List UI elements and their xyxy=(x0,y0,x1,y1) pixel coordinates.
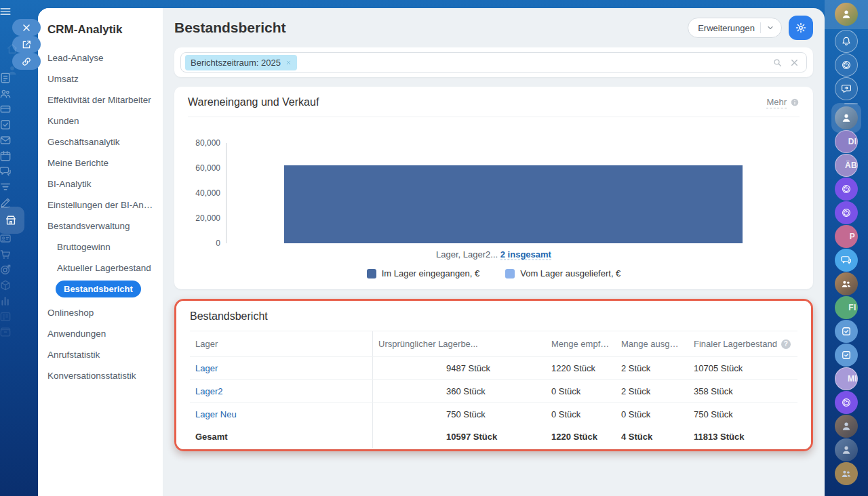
left-rail-button[interactable] xyxy=(4,62,20,78)
legend-label: Vom Lager ausgeliefert, € xyxy=(520,268,620,278)
left-rail-button[interactable] xyxy=(0,230,14,246)
left-rail-button[interactable] xyxy=(0,308,14,324)
right-rail-item[interactable] xyxy=(835,3,858,26)
sidebar-item[interactable]: Geschäftsanalytik xyxy=(47,131,153,152)
legend-item-eingegangen[interactable]: Im Lager eingegangen, € xyxy=(367,268,480,278)
col-initial-stock[interactable]: Ursprünglicher Lagerbe... xyxy=(373,331,546,356)
left-rail-button[interactable] xyxy=(0,293,14,308)
cell-initial: 750 Stück xyxy=(373,403,546,426)
warehouse-link[interactable]: Lager2 xyxy=(195,386,222,396)
left-rail-button[interactable] xyxy=(4,41,20,56)
right-rail-item[interactable]: MI xyxy=(835,367,858,390)
clear-filter-icon[interactable] xyxy=(789,58,800,68)
right-rail-item[interactable] xyxy=(835,415,858,438)
cell-final: 750 Stück xyxy=(688,403,797,426)
sidebar-item[interactable]: Aktueller Lagerbestand xyxy=(47,257,153,278)
warehouse-link[interactable]: Lager xyxy=(195,363,218,373)
left-rail-icon xyxy=(0,133,12,147)
filter-tag-label: Berichtszeitraum: 2025 xyxy=(191,58,281,68)
right-rail-item[interactable] xyxy=(835,101,858,106)
right-chat-rail: DI ÄB P FI MI xyxy=(825,0,868,496)
left-rail-button[interactable] xyxy=(0,324,14,339)
left-rail-button[interactable] xyxy=(0,117,14,132)
left-rail-button[interactable] xyxy=(0,101,14,117)
left-rail-icon xyxy=(0,180,12,194)
right-rail-icon xyxy=(840,349,852,361)
right-rail-item[interactable] xyxy=(835,391,858,414)
right-rail-item[interactable] xyxy=(835,106,858,129)
left-rail-button[interactable] xyxy=(0,262,14,277)
col-final-stock[interactable]: Finaler Lagerbestand ? xyxy=(688,331,797,356)
sidebar-item[interactable]: Anwendungen xyxy=(47,323,153,344)
right-rail-item[interactable] xyxy=(835,462,858,485)
left-rail-button[interactable] xyxy=(0,132,14,148)
sidebar-item[interactable]: Anrufstatistik xyxy=(47,344,153,365)
left-rail-button[interactable] xyxy=(0,246,14,262)
categories-total-link[interactable]: 2 insgesamt xyxy=(500,249,551,260)
sidebar-item[interactable]: Einstellungen der BI-Anal... xyxy=(47,194,153,215)
left-rail-button[interactable] xyxy=(0,3,14,19)
sidebar-item[interactable]: Lead-Analyse xyxy=(47,47,153,68)
settings-button[interactable] xyxy=(789,16,813,40)
left-rail-button[interactable] xyxy=(0,85,14,101)
left-rail-button[interactable] xyxy=(0,148,14,163)
more-link[interactable]: Mehr xyxy=(766,97,800,108)
col-shipped[interactable]: Mange ausgeli... xyxy=(616,331,688,356)
cell-final: 10705 Stück xyxy=(688,357,797,379)
left-rail-button[interactable] xyxy=(12,19,41,36)
left-rail-icon xyxy=(4,213,18,227)
remove-tag-icon[interactable] xyxy=(285,60,292,66)
right-rail-item[interactable] xyxy=(835,249,858,272)
sidebar-item[interactable]: Bestandsbericht xyxy=(56,281,141,297)
bar-im-lager-eingegangen[interactable] xyxy=(284,165,743,243)
left-rail-icon xyxy=(0,102,12,116)
filter-tag[interactable]: Berichtszeitraum: 2025 xyxy=(185,55,297,70)
gear-icon xyxy=(794,21,808,35)
left-rail-icon xyxy=(5,42,19,56)
left-rail-icon xyxy=(0,165,12,178)
table-total-row: Gesamt 10597 Stück 1220 Stück 4 Stück 11… xyxy=(190,426,797,448)
left-rail-icon xyxy=(0,247,12,261)
right-rail-icon xyxy=(840,35,852,47)
left-rail-button[interactable] xyxy=(0,163,14,179)
right-rail-item[interactable]: FI xyxy=(835,296,858,319)
sidebar-item[interactable]: Meine Berichte xyxy=(47,152,153,173)
right-rail-item[interactable]: DI xyxy=(835,130,858,153)
sidebar-item[interactable]: Kunden xyxy=(47,110,153,131)
sidebar-item[interactable]: Onlineshop xyxy=(47,302,153,323)
sidebar-item[interactable]: Effektivität der Mitarbeiter xyxy=(47,89,153,110)
left-rail-button[interactable] xyxy=(0,277,14,293)
col-lager[interactable]: Lager xyxy=(190,331,373,356)
right-rail-item[interactable] xyxy=(835,438,858,461)
right-rail-item[interactable]: P xyxy=(835,225,858,248)
left-rail-button[interactable] xyxy=(0,207,24,234)
button-divider xyxy=(760,22,761,33)
left-rail-button[interactable] xyxy=(0,179,14,194)
right-rail-item[interactable] xyxy=(835,344,858,367)
filter-input-icons xyxy=(772,58,800,68)
warehouse-link[interactable]: Lager Neu xyxy=(195,409,237,419)
right-rail-item[interactable] xyxy=(835,272,858,295)
sidebar-item[interactable]: Konversationsstatistik xyxy=(47,365,153,386)
sidebar-item[interactable]: Bestandsverwaltung xyxy=(47,215,153,236)
sidebar-item[interactable]: Umsatz xyxy=(47,68,153,89)
right-rail-icon xyxy=(840,83,852,95)
sidebar-item[interactable]: BI-Analytik xyxy=(47,173,153,194)
sidebar-item[interactable]: Bruttogewinn xyxy=(47,236,153,257)
right-rail-item[interactable] xyxy=(835,320,858,343)
table-row: Lager 9487 Stück 1220 Stück 2 Stück 1070… xyxy=(190,357,797,380)
filter-search-input[interactable]: Berichtszeitraum: 2025 xyxy=(180,52,807,73)
col-received[interactable]: Menge empfan... xyxy=(546,331,616,356)
right-rail-item[interactable] xyxy=(835,178,858,201)
right-rail-item[interactable] xyxy=(835,30,858,53)
bar-chart: 80,00060,00040,00020,0000 xyxy=(188,143,800,243)
right-rail-item[interactable]: ÄB xyxy=(835,154,858,177)
right-rail-item[interactable] xyxy=(835,54,858,77)
search-icon[interactable] xyxy=(772,58,783,68)
right-rail-icon xyxy=(840,468,852,480)
help-icon[interactable]: ? xyxy=(781,339,791,349)
right-rail-item[interactable] xyxy=(835,201,858,224)
left-rail-icon xyxy=(0,294,12,308)
legend-item-ausgeliefert[interactable]: Vom Lager ausgeliefert, € xyxy=(505,268,620,278)
extensions-button[interactable]: Erweiterungen xyxy=(688,18,782,38)
